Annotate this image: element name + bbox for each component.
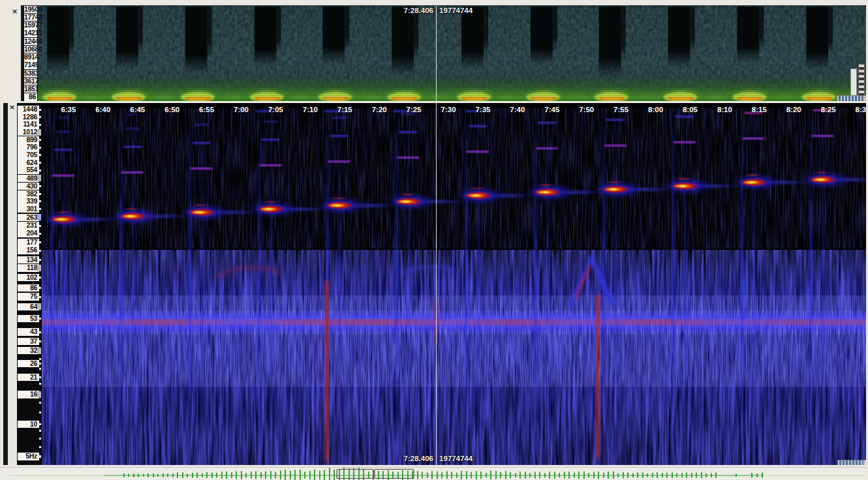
- freq-tick: [39, 185, 41, 187]
- bottom-left-margin: [0, 103, 17, 465]
- cursor-line-top: [436, 6, 437, 101]
- event-click-streak: [740, 111, 743, 457]
- event-click-streak: [395, 111, 398, 457]
- bottom-spectrogram[interactable]: [0, 103, 868, 465]
- bottom-scale-border: [3, 103, 8, 465]
- freq-tick: [39, 170, 41, 172]
- event-click-streak: [338, 111, 341, 457]
- freq-label: 37: [18, 338, 39, 345]
- top-horizontal-zoom-widget[interactable]: [837, 95, 863, 101]
- scale-marker[interactable]: [37, 391, 41, 398]
- freq-label: 5383: [24, 70, 37, 77]
- freq-label: 263: [18, 214, 39, 221]
- freq-tick: [39, 376, 41, 378]
- event-orange-core: [189, 98, 207, 100]
- spectrogram-app: 1950917743159771421112446106808914714953…: [0, 0, 868, 480]
- comet-echo: [53, 211, 72, 214]
- harmonic-dash: [328, 160, 350, 162]
- event-orange-core: [810, 98, 828, 100]
- freq-tick: [39, 124, 41, 126]
- bottom-close-button[interactable]: ×: [9, 104, 15, 111]
- scale-marker[interactable]: [37, 303, 41, 310]
- harmonic-dash: [330, 135, 348, 137]
- harmonic-dash: [121, 172, 144, 173]
- freq-tick: [39, 368, 41, 370]
- event-black-subband: [759, 7, 764, 49]
- freq-label: 204: [18, 230, 39, 237]
- overview-waveform[interactable]: [0, 468, 868, 480]
- event-orange-core: [120, 98, 138, 100]
- event-orange-core: [741, 98, 758, 100]
- time-tick-label: 6:35: [61, 106, 76, 114]
- harmonic-dash: [604, 145, 627, 147]
- freq-tick: [39, 208, 41, 210]
- event-click-streak: [63, 111, 65, 457]
- scale-marker[interactable]: [37, 265, 41, 271]
- time-tick-label: 7:20: [372, 106, 387, 114]
- top-vertical-scrollbar[interactable]: [850, 68, 857, 98]
- time-tick-label: 8:20: [786, 106, 801, 114]
- freq-label: 86: [24, 93, 37, 100]
- freq-tick: [39, 383, 41, 385]
- time-tick-label: 6:50: [164, 106, 179, 114]
- freq-tick: [39, 430, 41, 432]
- harmonic-dash: [56, 130, 70, 132]
- time-tick-label: 7:35: [475, 106, 490, 114]
- freq-label: 339: [18, 198, 39, 205]
- freq-tick: [39, 455, 41, 457]
- freq-label: 899: [18, 136, 39, 143]
- top-spectrogram[interactable]: [0, 5, 868, 101]
- event-click-streak: [119, 111, 123, 457]
- overview-waveform-strip[interactable]: [0, 467, 868, 480]
- event-click-streak: [672, 111, 675, 457]
- comet-core: [811, 177, 830, 182]
- comet-core: [604, 187, 623, 192]
- freq-tick: [39, 402, 41, 404]
- scale-marker[interactable]: [37, 129, 41, 136]
- freq-label: 705: [18, 151, 39, 158]
- freq-label: 10680: [24, 46, 37, 53]
- time-tick-label: 6:55: [199, 106, 214, 114]
- freq-tick: [39, 259, 41, 261]
- event-click-streak: [50, 111, 54, 457]
- freq-label: 19509: [24, 6, 37, 13]
- comet-echo: [191, 203, 211, 207]
- freq-label: 1851: [24, 85, 37, 93]
- comet-echo: [536, 183, 556, 187]
- event-click-streak: [809, 111, 813, 457]
- freq-label: 489: [18, 175, 39, 182]
- comet-core: [741, 180, 761, 185]
- harmonic-dash: [193, 142, 211, 144]
- event-black-subband: [690, 7, 695, 53]
- event-click-streak: [477, 111, 480, 457]
- event-click-streak: [270, 111, 273, 457]
- harmonic-dash: [399, 131, 417, 133]
- freq-label: 231: [18, 222, 39, 229]
- freq-label: 1448: [18, 106, 39, 113]
- event-black-band: [668, 7, 690, 68]
- event-click-streak: [752, 111, 755, 457]
- cursor-time-readout-bottom: 7:28.406: [381, 455, 433, 462]
- harmonic-dash: [264, 121, 278, 123]
- scale-marker[interactable]: [37, 348, 41, 354]
- event-click-streak: [534, 111, 537, 457]
- event-black-band: [392, 7, 414, 76]
- freq-tick: [39, 109, 41, 111]
- freq-tick: [39, 241, 41, 243]
- freq-tick: [39, 277, 41, 278]
- harmonic-dash: [260, 164, 282, 166]
- freq-tick: [39, 318, 41, 320]
- top-close-button[interactable]: ×: [12, 8, 18, 15]
- scale-marker[interactable]: [37, 214, 41, 220]
- freq-tick: [39, 193, 41, 195]
- time-tick-label: 7:40: [510, 106, 525, 114]
- event-click-streak: [822, 111, 824, 457]
- overview-selection-box[interactable]: [337, 470, 373, 479]
- bottom-horizontal-zoom-widget[interactable]: [837, 460, 863, 465]
- scale-marker[interactable]: [37, 175, 41, 181]
- event-black-subband: [345, 7, 349, 50]
- waveform-baseline: [104, 475, 764, 476]
- harmonic-dash: [332, 117, 346, 119]
- time-tick-label: 7:15: [337, 106, 352, 114]
- freq-tick: [39, 147, 41, 149]
